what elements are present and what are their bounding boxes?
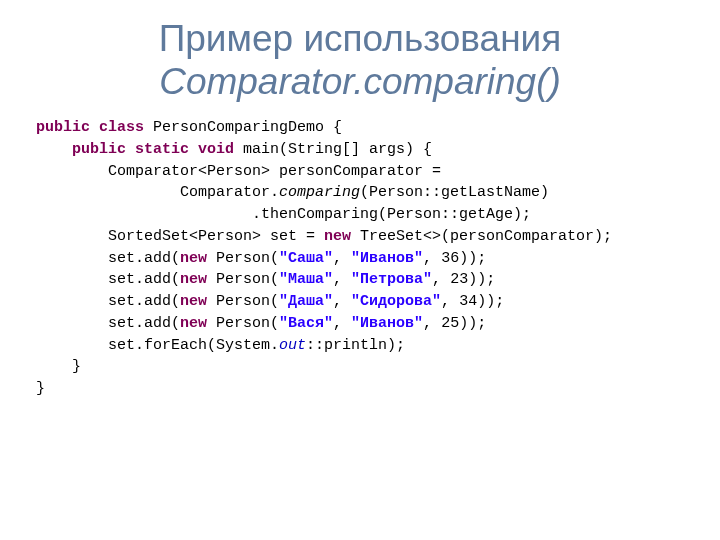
brace-close: } <box>72 358 81 375</box>
string-literal: "Иванов" <box>351 250 423 267</box>
string-literal: "Петрова" <box>351 271 432 288</box>
then-comparing: .thenComparing(Person::getAge); <box>252 206 531 223</box>
add-prefix: set.add( <box>108 293 180 310</box>
string-literal: "Маша" <box>279 271 333 288</box>
slide: Пример использования Comparator.comparin… <box>0 0 720 540</box>
add-prefix: set.add( <box>108 250 180 267</box>
foreach-prefix: set.forEach(System. <box>108 337 279 354</box>
string-literal: "Сидорова" <box>351 293 441 310</box>
static-field-out: out <box>279 337 306 354</box>
foreach-suffix: ::println); <box>306 337 405 354</box>
keyword-new: new <box>180 293 207 310</box>
keyword-public: public <box>72 141 126 158</box>
add-close: )); <box>459 315 486 332</box>
number-literal: 23 <box>450 271 468 288</box>
separator: , <box>333 315 351 332</box>
person-prefix: Person( <box>207 250 279 267</box>
comparing-prefix: Comparator. <box>180 184 279 201</box>
keyword-new: new <box>180 250 207 267</box>
number-literal: 34 <box>459 293 477 310</box>
separator: , <box>333 271 351 288</box>
brace-close: } <box>36 380 45 397</box>
person-prefix: Person( <box>207 293 279 310</box>
keyword-public: public <box>36 119 90 136</box>
class-name: PersonComparingDemo { <box>144 119 342 136</box>
add-prefix: set.add( <box>108 271 180 288</box>
separator: , <box>423 250 441 267</box>
string-literal: "Саша" <box>279 250 333 267</box>
add-close: )); <box>459 250 486 267</box>
string-literal: "Вася" <box>279 315 333 332</box>
string-literal: "Даша" <box>279 293 333 310</box>
keyword-class: class <box>99 119 144 136</box>
title-line-1: Пример использования <box>36 18 684 61</box>
keyword-new: new <box>180 271 207 288</box>
person-prefix: Person( <box>207 315 279 332</box>
separator: , <box>423 315 441 332</box>
main-signature: main(String[] args) { <box>234 141 432 158</box>
comparing-method: comparing <box>279 184 360 201</box>
sortedset-prefix: SortedSet<Person> set = <box>108 228 324 245</box>
number-literal: 25 <box>441 315 459 332</box>
separator: , <box>432 271 450 288</box>
keyword-void: void <box>198 141 234 158</box>
title-line-2: Comparator.comparing() <box>36 61 684 104</box>
number-literal: 36 <box>441 250 459 267</box>
comparator-declaration: Comparator<Person> personComparator = <box>108 163 441 180</box>
keyword-new: new <box>180 315 207 332</box>
comparing-args: (Person::getLastName) <box>360 184 549 201</box>
sortedset-suffix: TreeSet<>(personComparator); <box>351 228 612 245</box>
add-close: )); <box>468 271 495 288</box>
code-block: public class PersonComparingDemo { publi… <box>36 117 684 400</box>
add-prefix: set.add( <box>108 315 180 332</box>
string-literal: "Иванов" <box>351 315 423 332</box>
slide-title: Пример использования Comparator.comparin… <box>36 18 684 103</box>
separator: , <box>441 293 459 310</box>
keyword-static: static <box>135 141 189 158</box>
separator: , <box>333 250 351 267</box>
separator: , <box>333 293 351 310</box>
person-prefix: Person( <box>207 271 279 288</box>
add-close: )); <box>477 293 504 310</box>
keyword-new: new <box>324 228 351 245</box>
